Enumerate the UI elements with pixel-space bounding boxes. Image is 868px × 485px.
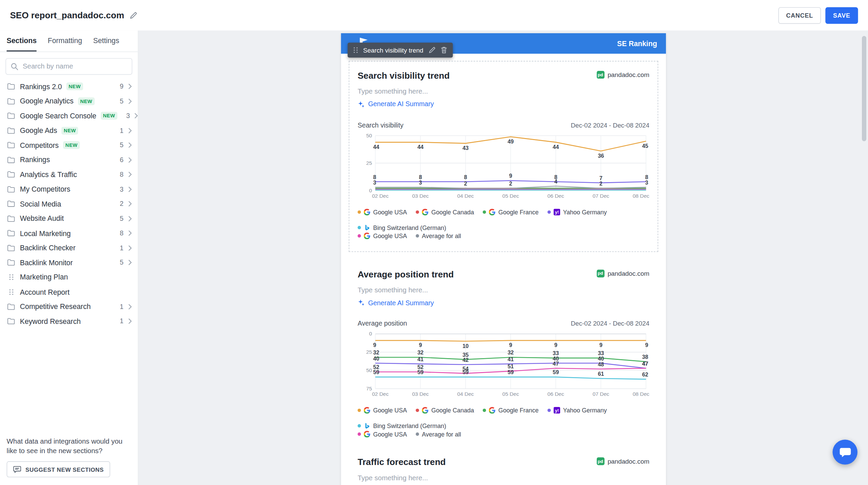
drag-handle-icon[interactable] [353,46,358,54]
canvas-scrollbar[interactable] [862,36,866,141]
legend-dot [358,424,361,428]
tab-formatting[interactable]: Formatting [48,31,82,52]
legend-item[interactable]: Google Canada [416,209,474,215]
section-traffic-forecast-trend[interactable]: Traffic forecast trend pd pandadoc.com T… [358,438,649,485]
text-block-placeholder[interactable]: Type something here... [358,474,649,482]
delete-section-icon[interactable] [440,46,447,54]
legend-item[interactable]: Bing Switzerland (German) [358,224,446,231]
svg-text:07 Dec: 07 Dec [593,391,609,397]
google-icon [364,407,371,414]
sidebar-item-google-analytics[interactable]: Google AnalyticsNEW5 [0,94,138,109]
toolbar-section-label: Search visibility trend [363,47,423,54]
sidebar-item-google-ads[interactable]: Google AdsNEW1 [0,123,138,138]
chart-legend: Google USAGoogle CanadaGoogle Francey!Ya… [358,209,649,239]
google-icon [422,209,429,215]
section-count: 1 [120,303,123,311]
chevron-right-icon [128,98,132,104]
svg-text:7: 7 [599,175,603,181]
legend-dot [416,409,419,412]
legend-label: Yahoo Germany [563,209,607,215]
legend-item[interactable]: Google France [483,407,539,414]
text-block-placeholder[interactable]: Type something here... [358,286,649,294]
svg-text:04 Dec: 04 Dec [457,391,474,397]
section-average-position-trend[interactable]: Average position trend pd pandadoc.com T… [358,252,649,438]
sidebar-item-social-media[interactable]: Social Media2 [0,197,138,211]
sidebar-item-rankings[interactable]: Rankings6 [0,153,138,167]
folder-icon [7,215,16,222]
legend-item[interactable]: Average for all [416,431,461,438]
edit-section-icon[interactable] [428,46,435,54]
svg-text:y!: y! [555,209,559,214]
legend-item[interactable]: Bing Switzerland (German) [358,423,446,429]
legend-item[interactable]: Google France [483,209,539,215]
legend-item[interactable]: Google Canada [416,407,474,414]
svg-text:10: 10 [462,343,469,349]
section-count: 5 [120,259,123,267]
bing-icon [364,224,371,231]
suggest-new-sections-button[interactable]: SUGGEST NEW SECTIONS [7,461,111,477]
legend-label: Google USA [373,431,407,438]
sidebar-item-label: Marketing Plan [20,273,68,281]
search-input[interactable] [5,58,132,75]
sidebar-item-rankings-2-0[interactable]: Rankings 2.0NEW9 [0,79,138,94]
svg-text:44: 44 [553,143,559,150]
svg-text:0: 0 [369,331,372,336]
legend-item[interactable]: Google USA [358,431,407,438]
chat-widget-button[interactable] [833,440,857,464]
report-title-wrap: SEO report_pandadoc.com [0,10,137,20]
sidebar-item-google-search-console[interactable]: Google Search ConsoleNEW3 [0,109,138,123]
generate-ai-summary-link[interactable]: Generate AI Summary [358,299,434,307]
sidebar-item-competitive-research[interactable]: Competitive Research1 [0,299,138,314]
cancel-button[interactable]: CANCEL [778,7,821,23]
svg-text:45: 45 [642,142,648,149]
sidebar-item-label: Competitive Research [20,303,91,311]
folder-icon [7,230,16,237]
sidebar-item-backlink-monitor[interactable]: Backlink Monitor5 [0,255,138,270]
text-block-placeholder[interactable]: Type something here... [358,88,649,95]
legend-item[interactable]: y!Yahoo Germany [548,209,607,215]
legend-item[interactable]: Google USA [358,209,407,215]
section-count: 3 [126,112,130,120]
legend-item[interactable]: Google USA [358,407,407,414]
svg-text:06 Dec: 06 Dec [548,391,564,397]
sidebar-item-competitors[interactable]: CompetitorsNEW5 [0,138,138,153]
sidebar-item-website-audit[interactable]: Website Audit5 [0,211,138,226]
svg-text:25: 25 [366,349,372,355]
svg-text:07 Dec: 07 Dec [593,193,609,198]
svg-text:9: 9 [509,173,512,179]
legend-item[interactable]: y!Yahoo Germany [548,407,607,414]
sidebar-footer: What data and integrations would you lik… [0,433,138,485]
generate-ai-summary-link[interactable]: Generate AI Summary [358,100,434,108]
legend-dot [358,226,361,229]
sidebar-item-label: Rankings 2.0 [20,82,62,91]
sidebar-item-keyword-research[interactable]: Keyword Research1 [0,314,138,329]
sidebar-item-my-competitors[interactable]: My Competitors3 [0,182,138,196]
svg-text:3: 3 [419,179,422,185]
svg-text:06 Dec: 06 Dec [548,193,564,198]
chevron-right-icon [128,318,132,324]
svg-text:9: 9 [645,342,648,348]
svg-text:02 Dec: 02 Dec [372,391,389,397]
svg-text:43: 43 [462,144,469,151]
chevron-right-icon [134,113,138,118]
tab-settings[interactable]: Settings [93,31,119,52]
sidebar-item-analytics-traffic[interactable]: Analytics & Traffic8 [0,167,138,182]
sidebar-item-local-marketing[interactable]: Local Marketing8 [0,226,138,240]
legend-dot [548,210,551,214]
sidebar-item-backlink-checker[interactable]: Backlink Checker1 [0,240,138,255]
legend-item[interactable]: Google USA [358,232,407,239]
legend-item[interactable]: Average for all [416,232,461,239]
chevron-right-icon [128,172,132,177]
tab-sections[interactable]: Sections [7,31,37,52]
sidebar-item-label: Social Media [20,200,61,208]
sidebar-item-account-report[interactable]: Account Report [0,285,138,299]
edit-title-icon[interactable] [130,11,137,19]
svg-text:3: 3 [373,179,376,185]
section-search-visibility-trend[interactable]: Search visibility trend pd pandadoc.com … [349,61,658,252]
sidebar-item-marketing-plan[interactable]: Marketing Plan [0,270,138,285]
chevron-right-icon [128,245,132,251]
sidebar-item-label: Rankings [20,156,50,164]
sidebar-item-label: Google Analytics [20,97,74,105]
save-button[interactable]: SAVE [825,7,858,23]
new-badge: NEW [78,97,95,105]
